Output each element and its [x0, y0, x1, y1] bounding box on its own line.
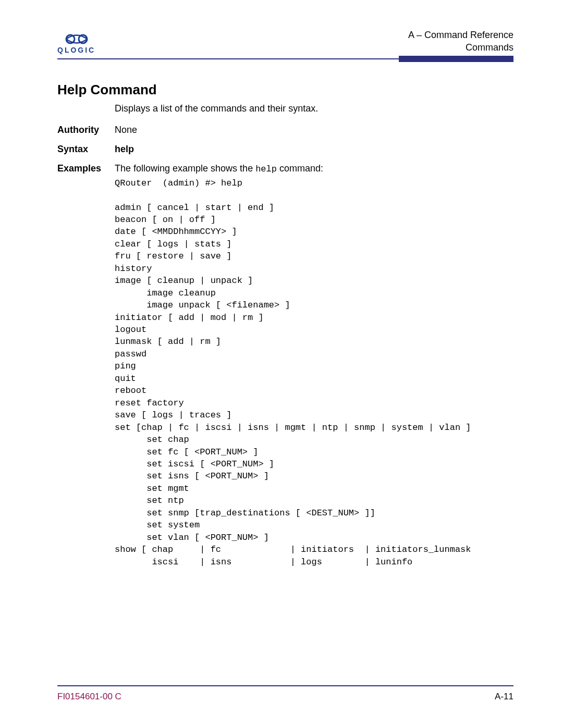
authority-value: None — [115, 125, 137, 135]
examples-prefix: The following example shows the — [115, 163, 255, 174]
syntax-value: help — [115, 144, 134, 155]
page-footer: FI0154601-00 C A-11 — [57, 685, 513, 702]
header-text: A – Command Reference Commands — [408, 29, 513, 54]
examples-suffix: command: — [277, 163, 323, 174]
syntax-row: Syntax help — [57, 144, 513, 155]
doc-number: FI0154601-00 C — [57, 692, 121, 702]
page-header: QLOGIC A – Command Reference Commands — [57, 29, 513, 54]
qlogic-icon — [64, 33, 90, 45]
authority-label: Authority — [57, 125, 115, 135]
brand-logo: QLOGIC — [57, 33, 95, 54]
header-rule — [57, 58, 513, 62]
code-block: QRouter (admin) #> help admin [ cancel |… — [115, 177, 513, 569]
brand-text: QLOGIC — [57, 46, 95, 54]
header-line1: A – Command Reference — [408, 29, 513, 41]
examples-row: Examples The following example shows the… — [57, 163, 513, 174]
description: Displays a list of the commands and thei… — [115, 103, 513, 114]
syntax-label: Syntax — [57, 144, 115, 155]
footer-rule — [57, 685, 513, 686]
footer-row: FI0154601-00 C A-11 — [57, 692, 513, 702]
examples-code-word: help — [255, 164, 277, 174]
header-line2: Commands — [408, 41, 513, 54]
page: QLOGIC A – Command Reference Commands He… — [0, 0, 563, 728]
section-title: Help Command — [57, 82, 513, 98]
page-number: A-11 — [495, 692, 513, 702]
examples-label: Examples — [57, 163, 115, 174]
examples-text: The following example shows the help com… — [115, 163, 323, 174]
authority-row: Authority None — [57, 125, 513, 135]
